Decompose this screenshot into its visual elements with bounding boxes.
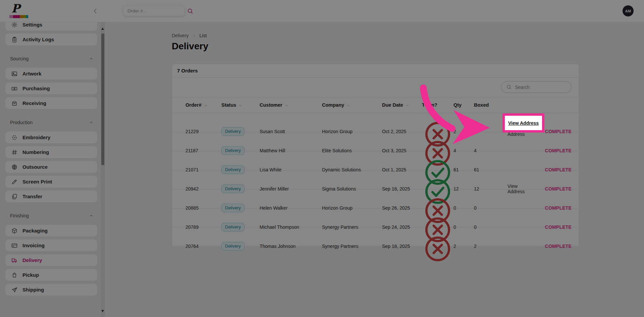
order-number: 20885: [185, 205, 221, 211]
complete-button[interactable]: COMPLETE: [538, 205, 572, 211]
qty-value: 12: [453, 186, 474, 192]
search-icon[interactable]: [187, 8, 194, 14]
avatar[interactable]: AM: [623, 5, 634, 16]
sidebar-item-label: Invoicing: [22, 243, 45, 248]
sidebar-item-label: Numbering: [22, 149, 49, 155]
column-header-boxed[interactable]: Boxed: [474, 102, 501, 108]
customer-name: Thomas Johnson: [260, 244, 322, 249]
sort-caret-icon[interactable]: [284, 103, 289, 108]
top-bar: P AM: [0, 0, 644, 22]
column-header-due-date[interactable]: Due Date: [382, 102, 422, 108]
column-header-order-[interactable]: Order#: [185, 102, 221, 108]
cube-icon: [11, 227, 18, 234]
table-body: 21229 Delivery Susan Scott Horizon Group…: [172, 113, 579, 247]
company-name: Dynamic Solutions: [322, 167, 382, 172]
due-date: Oct 1, 2025: [382, 167, 422, 172]
order-search-input[interactable]: [127, 6, 180, 16]
sidebar-item-label: Artwork: [22, 71, 42, 76]
chevron-up-icon: [89, 213, 94, 218]
hash-icon: [11, 149, 18, 156]
sidebar-item-invoicing[interactable]: Invoicing: [5, 240, 97, 251]
due-date: Sep 18, 2025: [382, 186, 422, 192]
complete-button[interactable]: COMPLETE: [538, 186, 572, 192]
sidebar-item-packaging[interactable]: Packaging: [5, 225, 97, 236]
complete-label: COMPLETE: [545, 129, 572, 134]
image-icon: [11, 70, 18, 77]
logo-letter: P: [9, 2, 27, 15]
customer-name: Matthew Hill: [260, 148, 322, 153]
table-search-input[interactable]: [515, 85, 567, 90]
clipboard-icon: [11, 36, 18, 43]
order-number: 20764: [185, 244, 221, 249]
sidebar-scrollbar[interactable]: [101, 22, 105, 317]
qty-value: 4: [453, 148, 474, 153]
scrollbar-thumb[interactable]: [101, 34, 104, 165]
sidebar-item-settings[interactable]: Settings: [5, 22, 97, 31]
column-header-status[interactable]: Status: [221, 102, 260, 108]
breadcrumb-parent[interactable]: Delivery: [172, 33, 189, 38]
sidebar-item-label: Purchasing: [22, 86, 50, 91]
sidebar-section-finishing[interactable]: Finishing: [5, 212, 97, 219]
sidebar-item-activity-logs[interactable]: Activity Logs: [5, 34, 97, 45]
order-number: 21071: [185, 167, 221, 172]
sidebar-item-label: Settings: [22, 22, 42, 28]
sidebar-item-artwork[interactable]: Artwork: [5, 68, 97, 80]
column-header-team?[interactable]: Team?: [422, 102, 453, 108]
scrollbar-down-arrow[interactable]: [101, 310, 104, 312]
sort-caret-icon[interactable]: [346, 103, 351, 108]
check-icon: [538, 244, 543, 249]
column-header-company[interactable]: Company: [322, 102, 382, 108]
status-badge: Delivery: [221, 146, 245, 155]
app-logo[interactable]: P: [9, 2, 27, 18]
highlighted-view-address-button[interactable]: View Address: [502, 113, 544, 133]
column-header-label: Boxed: [474, 102, 489, 108]
sidebar-section-sourcing[interactable]: Sourcing: [5, 55, 97, 62]
sidebar-item-screen-print[interactable]: Screen Print: [5, 176, 97, 188]
status-badge: Delivery: [221, 204, 245, 212]
sidebar-item-receiving[interactable]: Receiving: [5, 97, 97, 109]
qty-value: 2: [453, 129, 474, 134]
sidebar-collapse-button[interactable]: [91, 7, 99, 15]
orders-card: 7 Orders Order# Status Customer Company …: [172, 64, 579, 247]
sidebar-item-pickup[interactable]: Pickup: [5, 269, 97, 281]
complete-button[interactable]: COMPLETE: [538, 167, 572, 172]
sidebar-section-production[interactable]: Production: [5, 119, 97, 126]
sidebar-item-transfer[interactable]: Transfer: [5, 191, 97, 202]
column-header-label: Order#: [185, 102, 202, 108]
sidebar-item-delivery[interactable]: Delivery: [5, 254, 97, 266]
complete-label: COMPLETE: [545, 205, 572, 211]
check-icon: [538, 148, 543, 153]
complete-button[interactable]: COMPLETE: [538, 224, 572, 230]
view-address-link[interactable]: View Address: [501, 183, 532, 194]
sidebar-item-embroidery[interactable]: Embroidery: [5, 131, 97, 143]
column-header-label: Company: [322, 102, 344, 108]
sidebar-item-shipping[interactable]: Shipping: [5, 284, 97, 296]
column-header-customer[interactable]: Customer: [260, 102, 322, 108]
sort-caret-icon[interactable]: [405, 103, 410, 108]
scrollbar-up-arrow[interactable]: [101, 28, 104, 30]
sidebar-item-label: Embroidery: [22, 135, 50, 140]
sidebar-item-label: Packaging: [22, 228, 48, 233]
card-icon: [11, 242, 18, 249]
sort-caret-icon[interactable]: [204, 103, 208, 108]
orders-count: 7 Orders: [172, 64, 579, 77]
sidebar-item-label: Pickup: [22, 272, 39, 278]
complete-label: COMPLETE: [545, 224, 572, 230]
column-header-qty[interactable]: Qty: [453, 102, 474, 108]
globe-icon: [11, 164, 18, 170]
sort-caret-icon[interactable]: [238, 103, 243, 108]
table-header-row: Order# Status Customer Company Due Date …: [172, 97, 579, 113]
page-title: Delivery: [172, 41, 208, 52]
sidebar-item-label: Screen Print: [22, 179, 52, 184]
sidebar-item-numbering[interactable]: Numbering: [5, 146, 97, 158]
sidebar-item-purchasing[interactable]: Purchasing: [5, 83, 97, 94]
complete-button[interactable]: COMPLETE: [538, 244, 572, 249]
bag-icon: [11, 272, 18, 278]
company-name: Synergy Partners: [322, 244, 382, 249]
complete-label: COMPLETE: [545, 148, 572, 153]
sidebar-item-outsource[interactable]: Outsource: [5, 161, 97, 173]
complete-button[interactable]: COMPLETE: [538, 148, 572, 153]
chevron-left-icon: [91, 7, 99, 15]
gear-icon: [11, 22, 18, 28]
search-icon: [506, 84, 512, 90]
